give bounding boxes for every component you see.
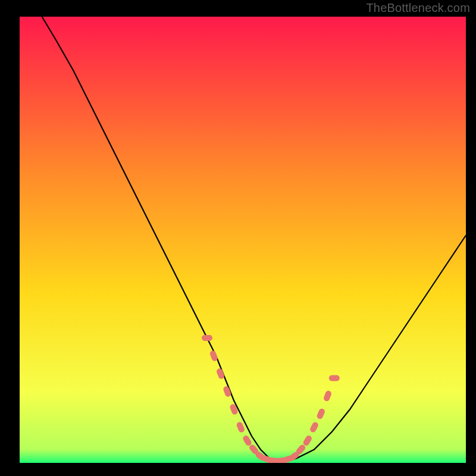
- bottleneck-chart: [20, 17, 466, 463]
- plot-area: [20, 17, 466, 463]
- highlight-dot: [202, 335, 212, 341]
- highlight-dot: [329, 375, 340, 381]
- gradient-background: [20, 17, 466, 463]
- watermark-text: TheBottleneck.com: [366, 1, 470, 15]
- chart-frame: TheBottleneck.com: [0, 0, 476, 476]
